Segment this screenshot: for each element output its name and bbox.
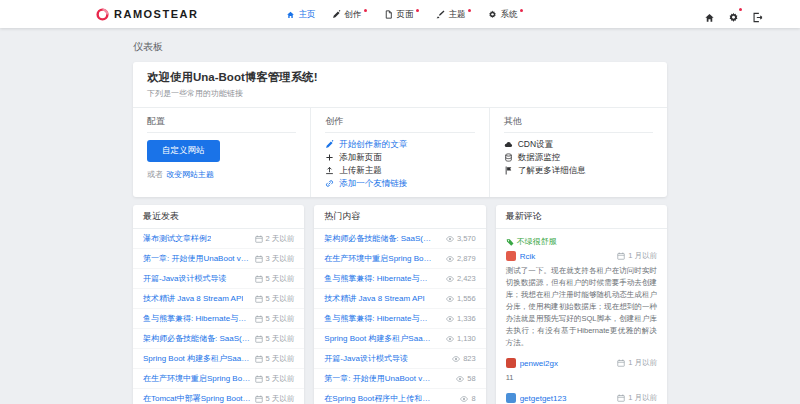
customize-site-button[interactable]: 自定义网站 [147, 140, 220, 162]
view-count-label: 1,336 [457, 314, 476, 323]
add-friend-link[interactable]: 添加一个友情链接 [325, 178, 474, 188]
link-label: 添加一个友情链接 [339, 178, 407, 188]
post-title-link[interactable]: 鱼与熊掌兼得: Hibernate与Mybatis共存 [143, 313, 251, 324]
latest-comments-heading: 最新评论 [496, 205, 667, 229]
link-label: 添加新页面 [339, 152, 382, 162]
navbar-actions [704, 9, 763, 20]
gear-icon [728, 12, 739, 23]
popular-title-link[interactable]: Spring Boot 构建多租户SaaS平台核心 [324, 333, 432, 344]
comment-content: 11 [506, 372, 657, 384]
top-navbar: RAMOSTEAR 主页 创作 页面 主题 系统 [0, 0, 800, 28]
create-heading: 创作 [325, 113, 474, 133]
add-page-link[interactable]: 添加新页面 [325, 152, 474, 162]
post-list-item: 鱼与熊掌兼得: Hibernate与Mybatis共存 5 天以前 [133, 309, 304, 329]
dashboard-cards-row: 最近发表 瀑布测试文章样例2 2 天以前 第一章: 开始使用UnaBoot v1… [133, 205, 667, 404]
calendar-icon [255, 315, 263, 323]
upload-theme-link[interactable]: 上传新主题 [325, 165, 474, 175]
popular-title-link[interactable]: 在生产环境中重启Spring Boot应用 [324, 253, 432, 264]
eye-icon [446, 315, 454, 323]
post-time: 5 天以前 [255, 394, 295, 404]
calendar-icon [255, 235, 263, 243]
other-column: 其他 CDN设置 数据源监控 了解更多详细信息 [489, 108, 667, 197]
eye-icon [452, 355, 460, 363]
nav-item-create[interactable]: 创作 [332, 8, 367, 20]
nav-item-system[interactable]: 系统 [488, 8, 523, 20]
avatar [506, 393, 516, 403]
change-theme-link[interactable]: 改变网站主题 [166, 170, 214, 179]
comment-username[interactable]: Rcik [520, 252, 614, 261]
link-label: 上传新主题 [339, 165, 382, 175]
nav-label: 系统 [500, 8, 517, 20]
datasource-monitor-link[interactable]: 数据源监控 [504, 152, 653, 162]
calendar-icon [255, 395, 263, 403]
nav-item-themes[interactable]: 主题 [436, 8, 471, 20]
popular-title-link[interactable]: 鱼与熊掌兼得: Hibernate与Mybatis实践 [324, 313, 432, 324]
post-title-link[interactable]: 架构师必备技能储备: SaaS(软件即服务) [143, 333, 251, 344]
popular-list-item: 开篇-Java设计模式导读 823 [314, 349, 485, 369]
post-time: 5 天以前 [255, 314, 295, 324]
logout-button[interactable] [752, 9, 763, 20]
popular-title-link[interactable]: 开篇-Java设计模式导读 [324, 353, 408, 364]
avatar [506, 358, 516, 368]
popular-title-link[interactable]: 鱼与熊掌兼得: Hibernate与Mybatis共存 [324, 273, 432, 284]
post-list-item: 瀑布测试文章样例2 2 天以前 [133, 229, 304, 249]
comment-username[interactable]: penwei2gx [520, 359, 614, 368]
post-title-link[interactable]: 开篇-Java设计模式导读 [143, 273, 227, 284]
config-heading: 配置 [147, 113, 296, 133]
gear-icon [488, 10, 497, 19]
popular-title-link[interactable]: 第一章: 开始使用UnaBoot v1.0.0 [324, 373, 432, 384]
eye-icon [446, 255, 454, 263]
calendar-icon [255, 255, 263, 263]
brand-logo[interactable]: RAMOSTEAR [95, 7, 198, 22]
post-title-link[interactable]: 在生产环境中重启Spring Boot应用 [143, 373, 251, 384]
post-time: 2 天以前 [255, 234, 295, 244]
post-title-link[interactable]: Spring Boot 构建多租户SaaS平台核心 [143, 353, 251, 364]
content-container: 仪表板 欢迎使用Una-Boot博客管理系统! 下列是一些常用的功能链接 配置 … [133, 40, 667, 404]
nav-item-home[interactable]: 主页 [286, 8, 315, 20]
site-home-button[interactable] [704, 9, 715, 20]
post-time: 3 天以前 [255, 254, 295, 264]
new-post-link[interactable]: 开始创作新的文章 [325, 139, 474, 149]
popular-title-link[interactable]: 技术精讲 Java 8 Stream API [324, 293, 424, 304]
welcome-title: 欢迎使用Una-Boot博客管理系统! [147, 70, 653, 85]
comment-item: getgetget123 1 月以前 你好，非常感谢你的认真分享。我想请问下，文… [506, 393, 657, 404]
eye-icon [446, 235, 454, 243]
settings-button[interactable] [728, 9, 739, 20]
view-count-label: 823 [463, 354, 476, 363]
post-title-link[interactable]: 技术精讲 Java 8 Stream API [143, 293, 243, 304]
post-time-label: 5 天以前 [266, 354, 295, 364]
comment-article-tag[interactable]: 不绿很舒服 [506, 236, 657, 247]
tag-icon [506, 238, 514, 246]
comment-username[interactable]: getgetget123 [520, 394, 614, 403]
learn-more-link[interactable]: 了解更多详细信息 [504, 165, 653, 175]
main-nav: 主页 创作 页面 主题 系统 [286, 8, 523, 20]
view-count-label: 8 [471, 394, 475, 403]
view-count: 8 [460, 394, 475, 403]
ramostear-logo-icon [95, 7, 110, 22]
pencil-icon [332, 10, 341, 19]
post-time-label: 5 天以前 [266, 394, 295, 404]
nav-item-pages[interactable]: 页面 [384, 8, 419, 20]
post-time-label: 3 天以前 [266, 254, 295, 264]
comment-time-label: 1 月以前 [628, 393, 657, 403]
post-list-item: 在生产环境中重启Spring Boot应用 5 天以前 [133, 369, 304, 389]
popular-title-link[interactable]: 在Spring Boot程序中上传和下载文件 [324, 393, 432, 404]
view-count-label: 2,879 [457, 254, 476, 263]
comment-time-label: 1 月以前 [628, 358, 657, 368]
cdn-settings-link[interactable]: CDN设置 [504, 139, 653, 149]
logout-icon [752, 12, 763, 23]
post-title-link[interactable]: 第一章: 开始使用UnaBoot v1.0.0 [143, 253, 251, 264]
popular-list-item: 鱼与熊掌兼得: Hibernate与Mybatis共存 2,423 [314, 269, 485, 289]
nav-label: 主页 [298, 8, 315, 20]
other-heading: 其他 [504, 113, 653, 133]
comments-list: 不绿很舒服 Rcik 1 月以前 测试了一下。现在就支持各租户在访问时实时切换数… [496, 229, 667, 404]
popular-list-item: 鱼与熊掌兼得: Hibernate与Mybatis实践 1,336 [314, 309, 485, 329]
post-list-item: 开篇-Java设计模式导读 5 天以前 [133, 269, 304, 289]
post-time-label: 5 天以前 [266, 274, 295, 284]
post-list-item: 在Tomcat中部署Spring Boot程序 5 天以前 [133, 389, 304, 404]
post-title-link[interactable]: 在Tomcat中部署Spring Boot程序 [143, 393, 251, 404]
calendar-icon [255, 335, 263, 343]
popular-title-link[interactable]: 架构师必备技能储备: SaaS(软件即服务) [324, 233, 432, 244]
post-title-link[interactable]: 瀑布测试文章样例2 [143, 233, 211, 244]
popular-content-list: 架构师必备技能储备: SaaS(软件即服务) 3,570 在生产环境中重启Spr… [314, 229, 485, 404]
